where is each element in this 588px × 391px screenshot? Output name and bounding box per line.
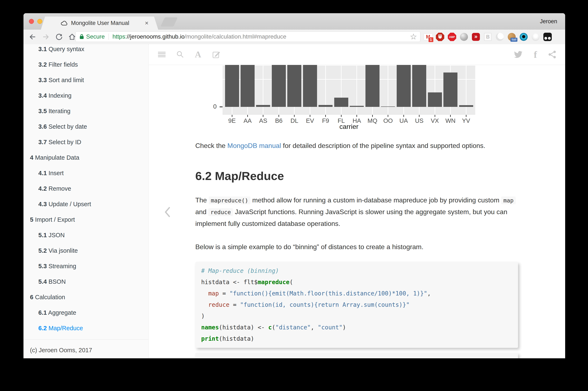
paragraph-text: for detailed description of the pipeline… <box>281 142 485 149</box>
sidebar-item-5-2[interactable]: 5.2 Via jsonlite <box>23 243 148 258</box>
facebook-icon[interactable]: f <box>531 44 540 65</box>
bar-WN <box>443 73 457 107</box>
x-axis-tick <box>466 115 467 117</box>
bar-UA <box>397 65 411 107</box>
extension-goggles-icon[interactable] <box>543 32 552 41</box>
x-axis-tick <box>279 115 279 117</box>
main-area: A f 0 <box>149 44 565 358</box>
share-icon[interactable] <box>548 44 557 65</box>
x-axis-tick <box>372 115 373 117</box>
extension-camera-icon[interactable]: B <box>484 32 492 41</box>
sidebar-item-6-1[interactable]: 6.1 Aggregate <box>23 305 148 320</box>
back-button[interactable] <box>28 32 37 41</box>
previous-page-chevron-icon[interactable] <box>163 206 173 218</box>
code-source: # Map-reduce (binning)histdata <- flt$ma… <box>201 265 512 344</box>
extension-fast-forward-icon[interactable]: » <box>472 32 480 41</box>
bar-US <box>412 65 426 107</box>
tab-strip: Mongolite User Manual × Jeroen <box>23 13 565 29</box>
paragraph-mapreduce: The mapreduce() method allow for running… <box>195 195 518 229</box>
paragraph-binning: Below is a simple example to do “binning… <box>195 241 518 253</box>
sidebar-item-5-3[interactable]: 5.3 Streaming <box>23 258 148 274</box>
url-scheme: https: <box>112 33 127 40</box>
x-axis-tick <box>263 115 263 117</box>
bar-F9 <box>318 105 333 107</box>
bar-YV <box>459 105 473 107</box>
sidebar-item-3-7[interactable]: 3.7 Select by ID <box>23 134 148 150</box>
extension-circle-icon[interactable] <box>495 32 504 41</box>
search-icon[interactable] <box>176 44 185 65</box>
sidebar-item-5-1[interactable]: 5.1 JSON <box>23 227 148 243</box>
window-minimize-button[interactable] <box>37 19 42 24</box>
url-host: //jeroenooms.github.io <box>127 33 185 40</box>
sidebar-item-3-4[interactable]: 3.4 Indexing <box>23 88 148 103</box>
sidebar-item-4[interactable]: 4 Manipulate Data <box>23 150 148 165</box>
url-text[interactable]: https://jeroenooms.github.io/mongolite/c… <box>112 33 287 40</box>
extension-cookie-icon[interactable]: TXT <box>507 32 516 41</box>
browser-toolbar: Secure https://jeroenooms.github.io/mong… <box>23 29 565 44</box>
browser-window: Mongolite User Manual × Jeroen Secure <box>23 13 565 358</box>
address-divider <box>108 33 109 40</box>
sidebar-item-3-3[interactable]: 3.3 Sort and limit <box>23 72 148 88</box>
browser-tab[interactable]: Mongolite User Manual × <box>41 16 158 29</box>
desktop-background: Mongolite User Manual × Jeroen Secure <box>0 0 588 391</box>
bar-AS <box>256 105 270 107</box>
secure-lock-icon <box>80 36 84 39</box>
tab-close-icon[interactable]: × <box>143 19 150 27</box>
font-settings-icon[interactable]: A <box>194 44 203 65</box>
extension-adblock-icon[interactable] <box>436 32 444 41</box>
extensions-row: M1ABP»BTXT <box>424 29 552 44</box>
sidebar-item-5-4[interactable]: 5.4 BSON <box>23 274 148 289</box>
bar-DL <box>287 65 301 107</box>
sidebar-item-3-6[interactable]: 3.6 Select by date <box>23 119 148 134</box>
extension-globe-icon[interactable] <box>460 32 468 41</box>
section-heading: 6.2 Map/Reduce <box>195 169 518 183</box>
x-axis-tick <box>419 115 419 117</box>
extension-adblock-plus-icon[interactable]: ABP <box>448 32 456 41</box>
x-axis-tick <box>403 115 404 117</box>
x-axis-tick <box>232 115 232 117</box>
extension-sphere-icon[interactable] <box>531 32 540 41</box>
paragraph-check-manual: Check the MongoDB manual for detailed de… <box>195 140 518 152</box>
reload-button[interactable] <box>54 32 64 41</box>
sidebar-item-4-3[interactable]: 4.3 Update / Upsert <box>23 196 148 212</box>
extension-eye-icon[interactable] <box>519 32 528 41</box>
extension-gmail-icon[interactable]: M1 <box>424 32 432 41</box>
sidebar-list: 3.1 Query syntax3.2 Filter fields3.3 Sor… <box>23 44 148 336</box>
code-block: # Map-reduce (binning)histdata <- flt$ma… <box>195 262 518 348</box>
carrier-bar-chart: 0 carrier 9EAAASB6DLEVF9FLHAMQOOUAUSVXWN… <box>195 65 518 130</box>
address-bar[interactable]: Secure https://jeroenooms.github.io/mong… <box>76 31 420 42</box>
bar-B6 <box>272 65 286 107</box>
inline-code: reduce <box>208 208 233 216</box>
x-axis-tick <box>310 115 310 117</box>
x-axis-tick <box>435 115 435 117</box>
sidebar-item-3-1[interactable]: 3.1 Query syntax <box>23 44 148 57</box>
profile-name[interactable]: Jeroen <box>540 13 557 29</box>
sidebar-item-3-5[interactable]: 3.5 Iterating <box>23 103 148 119</box>
bar-OO <box>381 106 395 107</box>
secure-label: Secure <box>86 33 105 40</box>
sidebar-item-3-2[interactable]: 3.2 Filter fields <box>23 57 148 72</box>
twitter-icon[interactable] <box>514 44 523 65</box>
x-axis-tick <box>388 115 388 117</box>
x-axis-tick <box>294 115 295 117</box>
sidebar-item-5[interactable]: 5 Import / Export <box>23 212 148 227</box>
bar-VX <box>428 93 442 107</box>
tab-title: Mongolite User Manual <box>71 16 129 29</box>
chart-panel <box>222 65 475 115</box>
sidebar-item-4-1[interactable]: 4.1 Insert <box>23 165 148 181</box>
edit-icon[interactable] <box>212 44 221 65</box>
sidebar-item-4-2[interactable]: 4.2 Remove <box>23 181 148 196</box>
bar-MQ <box>366 65 380 107</box>
sidebar-item-6-2[interactable]: 6.2 Map/Reduce <box>23 320 148 336</box>
window-close-button[interactable] <box>29 19 34 24</box>
new-tab-button[interactable] <box>161 17 178 27</box>
forward-button[interactable] <box>41 32 50 41</box>
bookmark-star-icon[interactable]: ☆ <box>408 32 418 42</box>
toc-menu-icon[interactable] <box>157 44 166 65</box>
mongodb-manual-link[interactable]: MongoDB manual <box>227 142 281 149</box>
paragraph-text: Check the <box>195 142 227 149</box>
sidebar-item-6[interactable]: 6 Calculation <box>23 289 148 305</box>
hamburger-icon <box>158 52 166 57</box>
x-axis-tick <box>325 115 326 117</box>
bar-FL <box>334 98 348 107</box>
